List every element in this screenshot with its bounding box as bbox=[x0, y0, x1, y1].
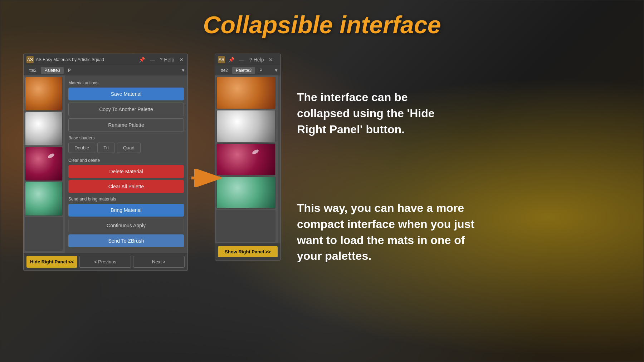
rename-palette-button[interactable]: Rename Palette bbox=[68, 118, 184, 132]
info-text-1: The interface can be collapsed using the… bbox=[297, 89, 462, 137]
ball-silver bbox=[25, 112, 62, 145]
panel-controls: 📌 — ? Help ✕ bbox=[138, 57, 185, 63]
tabs-row-left: tte2 Palette3 P ▼ bbox=[24, 65, 187, 75]
hide-right-panel-button[interactable]: Hide Right Panel << bbox=[26, 256, 77, 268]
pin-icon[interactable]: 📌 bbox=[138, 57, 146, 63]
swatch-empty bbox=[25, 217, 63, 251]
minimize-icon[interactable]: — bbox=[149, 57, 156, 63]
swatches-column-left bbox=[24, 75, 65, 253]
tab-p-left[interactable]: P bbox=[64, 67, 74, 74]
panel-controls-right: 📌 — ? Help ✕ bbox=[227, 57, 274, 63]
tab-p-right[interactable]: P bbox=[256, 67, 266, 74]
section-label-base-shaders: Base shaders bbox=[68, 135, 184, 140]
panel-footer-right: Show Right Panel >> bbox=[215, 243, 280, 260]
arrow-container bbox=[190, 169, 225, 188]
help-icon-right[interactable]: ? Help bbox=[248, 57, 265, 63]
section-label-clear: Clear and delete bbox=[68, 158, 184, 163]
panel-titlebar-right: AS 📌 — ? Help ✕ bbox=[215, 54, 280, 65]
continuous-apply-button[interactable]: Continuous Apply bbox=[68, 219, 184, 232]
swatch-empty-right bbox=[216, 210, 275, 242]
save-material-button[interactable]: Save Material bbox=[68, 88, 184, 100]
actions-column: Material actions Save Material Copy To A… bbox=[65, 75, 187, 253]
tab-tte2-right[interactable]: tte2 bbox=[217, 67, 231, 74]
show-right-panel-button[interactable]: Show Right Panel >> bbox=[218, 246, 278, 257]
ball-red bbox=[25, 147, 62, 180]
shaders-row: Double Tri Quad bbox=[68, 143, 184, 153]
right-arrow-icon bbox=[190, 169, 225, 187]
tab-tte2-left[interactable]: tte2 bbox=[26, 67, 40, 74]
tab-more-right[interactable]: ▼ bbox=[274, 68, 278, 73]
section-label-material-actions: Material actions bbox=[68, 80, 184, 85]
swatch-silver-right[interactable] bbox=[216, 110, 275, 142]
panel-footer-left: Hide Right Panel << < Previous Next > bbox=[24, 253, 187, 271]
copy-to-palette-button[interactable]: Copy To Another Palette bbox=[68, 103, 184, 116]
pin-icon-right[interactable]: 📌 bbox=[227, 57, 235, 63]
minimize-icon-right[interactable]: — bbox=[238, 57, 245, 63]
tab-palette3-right[interactable]: Palette3 bbox=[232, 67, 255, 74]
ball-silver-right bbox=[217, 110, 275, 142]
ball-red-right bbox=[217, 144, 275, 175]
swatches-column-right bbox=[215, 75, 278, 243]
close-icon-right[interactable]: ✕ bbox=[268, 57, 274, 63]
panel-logo-icon: AS bbox=[26, 56, 34, 63]
clear-all-palette-button[interactable]: Clear All Palette bbox=[68, 180, 184, 193]
ball-orange bbox=[25, 77, 62, 110]
previous-button[interactable]: < Previous bbox=[79, 256, 131, 268]
panel-titlebar-left: AS AS Easy Materials by Artistic Squad 📌… bbox=[24, 54, 187, 65]
next-button[interactable]: Next > bbox=[133, 256, 185, 268]
swatch-orange[interactable] bbox=[25, 77, 63, 111]
section-label-send: Send and bring materials bbox=[68, 197, 184, 202]
tab-more-left[interactable]: ▼ bbox=[181, 68, 185, 73]
panel-body-left: Material actions Save Material Copy To A… bbox=[24, 75, 187, 253]
panel-title-text: AS Easy Materials by Artistic Squad bbox=[36, 57, 136, 62]
swatch-teal[interactable] bbox=[25, 182, 63, 216]
bring-material-button[interactable]: Bring Material bbox=[68, 204, 184, 217]
ball-teal bbox=[25, 182, 62, 215]
help-icon[interactable]: ? Help bbox=[159, 57, 175, 63]
swatch-red[interactable] bbox=[25, 147, 63, 181]
right-panel: AS 📌 — ? Help ✕ tte2 Palette3 P ▼ Show R… bbox=[215, 54, 281, 261]
quad-shader-button[interactable]: Quad bbox=[117, 143, 141, 153]
send-to-zbrush-button[interactable]: Send To ZBrush bbox=[68, 234, 184, 247]
ball-teal-right bbox=[217, 177, 275, 208]
delete-material-button[interactable]: Delete Material bbox=[68, 165, 184, 178]
close-icon[interactable]: ✕ bbox=[178, 57, 185, 63]
page-title: Collapsible interface bbox=[0, 11, 644, 39]
info-text-2: This way, you can have a more compact in… bbox=[297, 200, 483, 264]
swatch-silver[interactable] bbox=[25, 112, 63, 146]
double-shader-button[interactable]: Double bbox=[68, 143, 95, 153]
ball-orange-right bbox=[217, 77, 275, 109]
swatch-orange-right[interactable] bbox=[216, 77, 275, 109]
panel-logo-icon-right: AS bbox=[218, 56, 225, 63]
tri-shader-button[interactable]: Tri bbox=[97, 143, 115, 153]
tabs-row-right: tte2 Palette3 P ▼ bbox=[215, 65, 280, 75]
left-panel: AS AS Easy Materials by Artistic Squad 📌… bbox=[23, 54, 188, 271]
tab-palette3-left[interactable]: Palette3 bbox=[41, 67, 64, 74]
